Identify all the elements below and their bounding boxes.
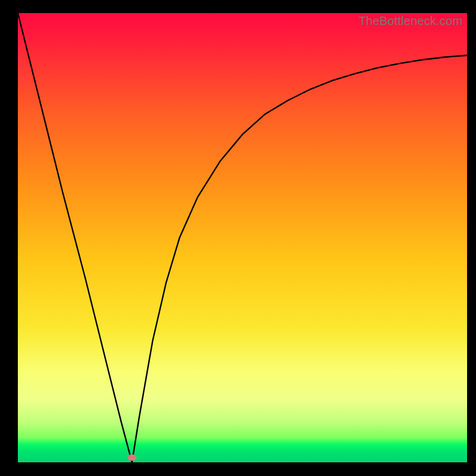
minimum-marker-dot [127,455,136,461]
watermark-text: TheBottleneck.com [358,14,462,28]
chart-plot-area: TheBottleneck.com [18,13,467,462]
bottleneck-curve [18,13,467,462]
